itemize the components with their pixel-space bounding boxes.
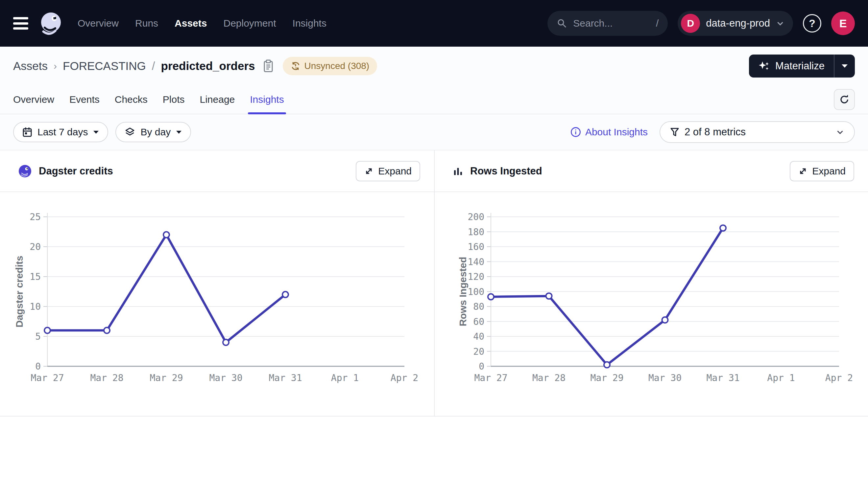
refresh-icon xyxy=(839,94,850,105)
sync-alert-icon xyxy=(291,61,301,71)
tab-checks[interactable]: Checks xyxy=(115,86,148,114)
asset-tabs: Overview Events Checks Plots Lineage Ins… xyxy=(0,86,868,114)
breadcrumb-assets-link[interactable]: Assets xyxy=(13,60,48,73)
svg-text:15: 15 xyxy=(29,271,41,282)
nav-item-insights[interactable]: Insights xyxy=(293,18,327,29)
dagster-credits-card: Dagster credits Expand 0510152025Mar 27M… xyxy=(0,150,434,416)
search-box[interactable]: / xyxy=(547,11,668,36)
chevron-down-icon xyxy=(836,128,844,136)
deployment-name: data-eng-prod xyxy=(706,17,770,29)
refresh-button[interactable] xyxy=(834,89,855,110)
breadcrumb-separator: / xyxy=(152,60,155,73)
svg-text:120: 120 xyxy=(468,271,484,282)
about-insights-link[interactable]: About Insights xyxy=(570,127,648,137)
svg-text:Apr 1: Apr 1 xyxy=(767,372,795,383)
unsynced-status-badge[interactable]: Unsynced (308) xyxy=(283,57,378,75)
svg-text:0: 0 xyxy=(479,361,484,372)
deployment-badge: D xyxy=(681,14,700,33)
granularity-filter[interactable]: By day xyxy=(115,122,191,142)
svg-text:Mar 27: Mar 27 xyxy=(474,372,507,383)
search-input[interactable] xyxy=(573,18,636,29)
dagster-credits-chart[interactable]: 0510152025Mar 27Mar 28Mar 29Mar 30Mar 31… xyxy=(0,192,434,416)
menu-icon[interactable] xyxy=(13,16,30,31)
svg-text:Apr 2: Apr 2 xyxy=(825,372,853,383)
svg-text:80: 80 xyxy=(473,301,484,312)
user-avatar[interactable]: E xyxy=(831,12,855,35)
tab-events[interactable]: Events xyxy=(69,86,100,114)
svg-text:Mar 28: Mar 28 xyxy=(532,372,565,383)
svg-text:10: 10 xyxy=(29,301,41,312)
search-shortcut-hint: / xyxy=(656,18,659,29)
breadcrumb-group-link[interactable]: FORECASTING xyxy=(63,60,146,73)
deployment-switcher[interactable]: D data-eng-prod xyxy=(678,11,793,36)
caret-down-icon xyxy=(176,130,182,134)
svg-text:Mar 30: Mar 30 xyxy=(648,372,681,383)
expand-label: Expand xyxy=(378,166,412,177)
primary-nav: Overview Runs Assets Deployment Insights xyxy=(78,18,327,29)
nav-item-overview[interactable]: Overview xyxy=(78,18,119,29)
sparkles-icon xyxy=(758,60,770,72)
chart-title: Rows Ingested xyxy=(470,165,542,177)
expand-icon xyxy=(798,167,807,176)
bar-chart-icon xyxy=(453,166,463,176)
expand-button[interactable]: Expand xyxy=(356,161,420,181)
expand-label: Expand xyxy=(812,166,846,177)
materialize-dropdown-caret[interactable] xyxy=(834,54,855,78)
calendar-icon xyxy=(22,127,32,137)
materialize-label: Materialize xyxy=(775,60,825,72)
insights-filters: Last 7 days By day About Insig xyxy=(0,114,868,150)
metrics-filter-value: 2 of 8 metrics xyxy=(685,126,746,138)
svg-text:25: 25 xyxy=(29,212,41,222)
nav-item-assets[interactable]: Assets xyxy=(175,18,207,29)
svg-text:Dagster credits: Dagster credits xyxy=(14,255,25,327)
materialize-split-button: Materialize xyxy=(749,54,855,78)
granularity-value: By day xyxy=(140,127,171,137)
caret-down-icon xyxy=(93,130,99,134)
svg-text:Mar 31: Mar 31 xyxy=(269,372,302,383)
about-insights-label: About Insights xyxy=(585,127,648,137)
unsynced-label: Unsynced (308) xyxy=(305,61,370,71)
funnel-icon xyxy=(670,127,679,137)
svg-text:200: 200 xyxy=(468,212,484,222)
date-range-filter[interactable]: Last 7 days xyxy=(13,122,108,142)
expand-button[interactable]: Expand xyxy=(790,161,854,181)
svg-text:Mar 29: Mar 29 xyxy=(150,372,183,383)
svg-text:Mar 27: Mar 27 xyxy=(30,372,64,383)
layers-icon xyxy=(125,127,135,137)
copy-asset-name-icon[interactable] xyxy=(263,59,274,73)
svg-text:20: 20 xyxy=(473,346,484,357)
top-nav: Overview Runs Assets Deployment Insights… xyxy=(0,0,868,47)
svg-text:Mar 28: Mar 28 xyxy=(90,372,123,383)
asset-name: predicted_orders xyxy=(161,60,255,73)
tab-insights[interactable]: Insights xyxy=(250,86,284,114)
svg-text:Mar 31: Mar 31 xyxy=(706,372,739,383)
svg-text:Apr 2: Apr 2 xyxy=(391,372,418,383)
breadcrumb-chevron: › xyxy=(54,61,57,71)
materialize-button[interactable]: Materialize xyxy=(749,54,834,78)
rows-ingested-card: Rows Ingested Expand 0204060801001201401… xyxy=(434,150,868,416)
info-icon xyxy=(570,127,581,137)
svg-text:Apr 1: Apr 1 xyxy=(331,372,359,383)
nav-item-deployment[interactable]: Deployment xyxy=(223,18,276,29)
svg-text:100: 100 xyxy=(468,286,484,297)
svg-text:60: 60 xyxy=(473,316,484,327)
svg-text:Mar 29: Mar 29 xyxy=(590,372,623,383)
tab-lineage[interactable]: Lineage xyxy=(200,86,235,114)
dagster-credits-icon xyxy=(18,165,31,178)
help-icon[interactable]: ? xyxy=(803,14,821,32)
expand-icon xyxy=(364,167,373,176)
asset-header: Assets › FORECASTING / predicted_orders xyxy=(0,47,868,86)
search-icon xyxy=(557,18,567,29)
chart-title: Dagster credits xyxy=(39,165,113,177)
svg-text:Mar 30: Mar 30 xyxy=(209,372,242,383)
svg-text:180: 180 xyxy=(468,227,484,237)
tab-overview[interactable]: Overview xyxy=(13,86,54,114)
tab-plots[interactable]: Plots xyxy=(163,86,185,114)
dagster-logo-icon[interactable] xyxy=(38,11,64,36)
nav-item-runs[interactable]: Runs xyxy=(135,18,158,29)
date-range-value: Last 7 days xyxy=(38,127,88,137)
svg-text:40: 40 xyxy=(473,331,484,342)
rows-ingested-chart[interactable]: 020406080100120140160180200Mar 27Mar 28M… xyxy=(435,192,868,416)
metrics-filter-select[interactable]: 2 of 8 metrics xyxy=(660,121,855,143)
svg-text:160: 160 xyxy=(468,241,484,252)
